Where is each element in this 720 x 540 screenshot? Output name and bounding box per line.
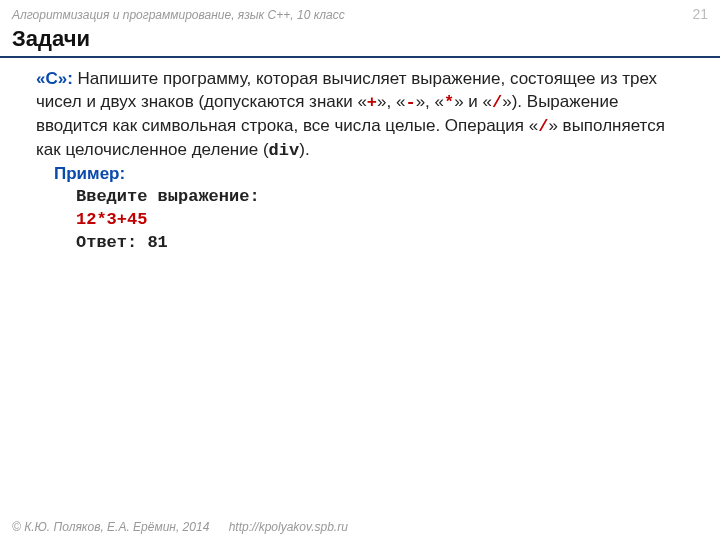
footer-copyright: © К.Ю. Поляков, Е.А. Ерёмин, 2014: [12, 520, 209, 534]
course-title: Алгоритмизация и программирование, язык …: [12, 8, 345, 22]
slide-header: Алгоритмизация и программирование, язык …: [0, 0, 720, 24]
task-t3: », «: [416, 92, 444, 111]
footer-url: http://kpolyakov.spb.ru: [229, 520, 348, 534]
slide-footer: © К.Ю. Поляков, Е.А. Ерёмин, 2014 http:/…: [0, 516, 720, 540]
example-label: Пример:: [36, 163, 680, 186]
op-plus: +: [367, 93, 377, 112]
page-number: 21: [692, 6, 708, 22]
task-t2: », «: [377, 92, 405, 111]
example-answer: Ответ: 81: [76, 232, 680, 255]
example-line-1: Введите выражение:: [76, 186, 680, 209]
op-minus: -: [405, 93, 415, 112]
title-section: Задачи: [0, 24, 720, 58]
task-t4: » и «: [454, 92, 492, 111]
op-div2: /: [538, 117, 548, 136]
task-text: «C»: Напишите программу, которая вычисля…: [36, 68, 680, 163]
task-t7: ).: [299, 140, 309, 159]
example-block: Введите выражение: 12*3+45 Ответ: 81: [36, 186, 680, 255]
content: «C»: Напишите программу, которая вычисля…: [0, 64, 720, 255]
example-input: 12*3+45: [76, 209, 680, 232]
op-mul: *: [444, 93, 454, 112]
div-word: div: [269, 141, 300, 160]
op-div: /: [492, 93, 502, 112]
page-title: Задачи: [12, 26, 708, 52]
task-label: «C»:: [36, 69, 73, 88]
